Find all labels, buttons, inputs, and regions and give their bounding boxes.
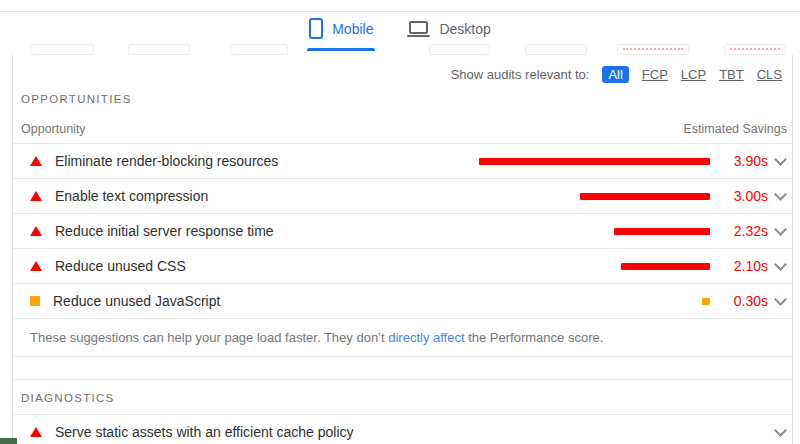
savings-bar bbox=[702, 298, 710, 305]
tab-mobile[interactable]: Mobile bbox=[307, 16, 375, 55]
chevron-down-icon bbox=[772, 298, 788, 304]
opportunity-title: Eliminate render-blocking resources bbox=[55, 153, 278, 169]
note-text: These suggestions can help your page loa… bbox=[30, 330, 388, 345]
fail-triangle-icon bbox=[30, 191, 42, 201]
tab-desktop-label: Desktop bbox=[439, 21, 490, 37]
opportunity-title: Enable text compression bbox=[55, 188, 208, 204]
opportunity-row[interactable]: Reduce unused JavaScript0.30s bbox=[13, 284, 792, 319]
note-text: the Performance score. bbox=[465, 330, 604, 345]
opportunity-row[interactable]: Eliminate render-blocking resources3.90s bbox=[13, 144, 792, 179]
diagnostic-row[interactable]: Serve static assets with an efficient ca… bbox=[13, 415, 792, 444]
cutoff-box bbox=[525, 44, 587, 55]
column-opportunity: Opportunity bbox=[21, 122, 86, 136]
section-gap bbox=[13, 357, 792, 379]
top-divider bbox=[0, 11, 800, 12]
report-card: Show audits relevant to: AllFCPLCPTBTCLS… bbox=[12, 55, 793, 444]
savings-bar-track bbox=[479, 263, 710, 270]
estimated-savings-value: 3.00s bbox=[712, 188, 768, 204]
diagnostic-title: Serve static assets with an efficient ca… bbox=[55, 424, 354, 440]
chevron-down-icon bbox=[772, 228, 788, 234]
cutoff-box bbox=[30, 44, 94, 55]
cutoff-green-element bbox=[0, 438, 17, 444]
active-tab-underline bbox=[307, 48, 375, 51]
savings-bar-track bbox=[479, 193, 710, 200]
diagnostics-section-title: DIAGNOSTICS bbox=[13, 380, 792, 408]
fail-triangle-icon bbox=[30, 226, 42, 236]
chevron-down-icon bbox=[772, 193, 788, 199]
chevron-down-icon bbox=[772, 429, 788, 435]
opportunity-row[interactable]: Reduce initial server response time2.32s bbox=[13, 214, 792, 249]
cutoff-box bbox=[617, 44, 689, 55]
chevron-down-icon bbox=[772, 263, 788, 269]
filter-chip-lcp[interactable]: LCP bbox=[681, 67, 706, 82]
filter-chip-all[interactable]: All bbox=[602, 66, 628, 83]
opportunity-title: Reduce initial server response time bbox=[55, 223, 274, 239]
fail-triangle-icon bbox=[30, 261, 42, 271]
diagnostics-rows: Serve static assets with an efficient ca… bbox=[13, 415, 792, 444]
savings-bar bbox=[580, 193, 710, 200]
filter-chip-cls[interactable]: CLS bbox=[757, 67, 782, 82]
opportunity-row[interactable]: Reduce unused CSS2.10s bbox=[13, 249, 792, 284]
mobile-phone-icon bbox=[309, 18, 323, 39]
cutoff-box bbox=[128, 44, 190, 55]
chevron-down-icon bbox=[772, 158, 788, 164]
savings-bar bbox=[614, 228, 710, 235]
savings-bar-track bbox=[479, 158, 710, 165]
table-header: Opportunity Estimated Savings bbox=[13, 109, 792, 143]
fail-triangle-icon bbox=[30, 427, 42, 437]
estimated-savings-value: 3.90s bbox=[712, 153, 768, 169]
opportunity-row[interactable]: Enable text compression3.00s bbox=[13, 179, 792, 214]
filter-chip-fcp[interactable]: FCP bbox=[642, 67, 668, 82]
note-link[interactable]: directly affect bbox=[388, 330, 464, 345]
warn-square-icon bbox=[30, 296, 40, 306]
savings-bar bbox=[621, 263, 710, 270]
opportunities-note: These suggestions can help your page loa… bbox=[13, 319, 792, 357]
cutoff-box bbox=[230, 44, 288, 55]
fail-triangle-icon bbox=[30, 156, 42, 166]
audit-filter-bar: Show audits relevant to: AllFCPLCPTBTCLS bbox=[13, 55, 792, 85]
estimated-savings-value: 0.30s bbox=[712, 293, 768, 309]
cutoff-box bbox=[429, 44, 490, 55]
estimated-savings-value: 2.32s bbox=[712, 223, 768, 239]
savings-bar-track bbox=[479, 298, 710, 305]
opportunity-title: Reduce unused JavaScript bbox=[53, 293, 220, 309]
savings-bar bbox=[479, 158, 710, 165]
cutoff-box bbox=[724, 44, 786, 55]
tab-mobile-label: Mobile bbox=[332, 21, 373, 37]
opportunities-rows: Eliminate render-blocking resources3.90s… bbox=[13, 144, 792, 319]
desktop-laptop-icon bbox=[407, 21, 430, 37]
opportunities-section-title: OPPORTUNITIES bbox=[13, 85, 792, 109]
filter-chips: AllFCPLCPTBTCLS bbox=[602, 66, 782, 83]
column-estimated-savings: Estimated Savings bbox=[683, 122, 787, 136]
estimated-savings-value: 2.10s bbox=[712, 258, 768, 274]
filter-chip-tbt[interactable]: TBT bbox=[719, 67, 744, 82]
opportunity-title: Reduce unused CSS bbox=[55, 258, 186, 274]
filter-label: Show audits relevant to: bbox=[451, 67, 590, 82]
savings-bar-track bbox=[479, 228, 710, 235]
